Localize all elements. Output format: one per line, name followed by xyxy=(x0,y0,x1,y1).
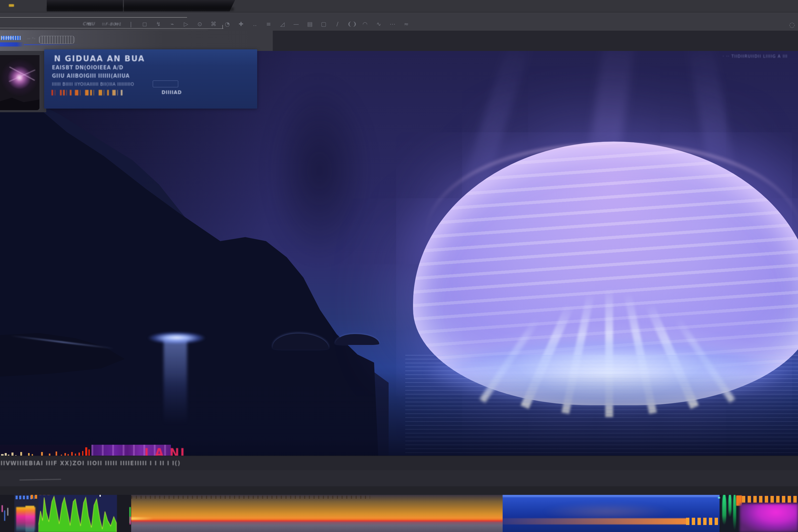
toolbar-icon[interactable]: ✚ xyxy=(237,20,245,28)
app-window: ≋⌗✏|◻↯⌁▷⊙⌘◔✚‥≡◿—▤▢/❨❩◠∿⋯≈ CHIU F-BO(1 ◌ … xyxy=(0,0,798,532)
magenta-sliver xyxy=(130,517,131,525)
toolbar-icon[interactable]: ◔ xyxy=(223,20,231,28)
white-speck xyxy=(99,495,101,497)
toolbar-icon[interactable]: ⋯ xyxy=(388,20,396,28)
info-line-1: EAISBT DN(OIOIEEA A/D xyxy=(52,64,124,71)
chip-ghost-glyphs: ˶˶ ᵛ˶ xyxy=(27,36,36,40)
toolbar-icon[interactable]: ≡ xyxy=(265,20,272,28)
green-waveform xyxy=(38,495,117,532)
toolbar-icon[interactable]: ⌁ xyxy=(168,20,176,28)
magenta-orange-dashes xyxy=(742,496,798,502)
green-streak xyxy=(722,495,726,525)
ocean-band-clip[interactable] xyxy=(502,495,721,532)
transport-blue-line xyxy=(24,44,81,45)
info-meter-tail: DIIIIAD xyxy=(162,89,182,95)
toolbar-icon[interactable]: ⊙ xyxy=(196,20,204,28)
toolbar-icon[interactable]: | xyxy=(127,20,135,28)
toolbar-icon[interactable]: ▢ xyxy=(320,20,327,28)
spectrogram-clip[interactable] xyxy=(14,495,117,532)
ghost-label-2: F-BO(1 xyxy=(105,22,121,26)
thermal-column-bright xyxy=(25,506,34,532)
info-meter-ticks: ▌▏▐ ▌▏▌▐▌▏▐▌▌▏▐▌▏▌▐▌▏▌ xyxy=(52,90,124,96)
teal-speck xyxy=(718,497,720,498)
info-line-3-box xyxy=(153,80,178,87)
filmstrip-inner-shadow xyxy=(47,7,234,11)
toolbar-icon[interactable]: ▷ xyxy=(182,20,190,28)
scrub-hook xyxy=(220,25,223,28)
toolbar-icon[interactable]: ⌘ xyxy=(210,20,217,28)
corner-fleck xyxy=(2,505,3,512)
toolbar-icon[interactable]: — xyxy=(292,20,300,28)
toolbar-icon[interactable]: ◠ xyxy=(361,20,369,28)
viewer-canvas[interactable]: · ·· TIIDIIRUIIDII LIIIIG A III xyxy=(0,51,798,456)
magenta-blob xyxy=(740,504,798,532)
green-streak xyxy=(728,495,732,517)
toolbar-icon[interactable]: ‥ xyxy=(251,20,259,28)
sunset-band-clip[interactable] xyxy=(131,495,502,532)
sunset-hot-line xyxy=(131,517,502,520)
toolbar-icon[interactable]: ◿ xyxy=(279,20,286,28)
toolbar-icon[interactable]: ▤ xyxy=(306,20,314,28)
ocean-orange-stripe xyxy=(502,518,687,525)
toolbar-icon[interactable]: ❨❩ xyxy=(347,20,355,28)
corner-fleck xyxy=(4,510,5,521)
green-waveform-shape xyxy=(38,496,116,532)
toolbar-icon-row: ≋⌗✏|◻↯⌁▷⊙⌘◔✚‥≡◿—▤▢/❨❩◠∿⋯≈ xyxy=(86,20,413,28)
water-vignette xyxy=(0,373,798,456)
clip-chip-label: AI AREA xyxy=(2,36,13,39)
canvas-corner-note: · ·· TIIDIIRUIIDII LIIIIG A III xyxy=(723,54,787,59)
search-icon[interactable]: ◌ xyxy=(788,21,796,28)
info-panel: N GIDUAA AN BUA EAISBT DN(OIOIEEA A/D GI… xyxy=(44,49,257,109)
scrub-line-top xyxy=(0,17,187,18)
green-streak xyxy=(733,495,736,530)
ocean-top-edge xyxy=(502,495,721,497)
sunset-tick-row xyxy=(131,496,370,499)
bottom-media-bar xyxy=(0,495,798,532)
status-glyph-row: IIVWIIIEBIAI IIIF XX)ZOI IIOII IIIII III… xyxy=(1,460,180,467)
band-seam xyxy=(0,30,208,30)
ghost-label-1: CHIU xyxy=(82,21,95,26)
toolbar-icon[interactable]: ∿ xyxy=(375,20,383,28)
lower-panel-band-dark xyxy=(0,486,798,495)
magenta-clip[interactable] xyxy=(740,495,798,532)
toolbar-icon[interactable]: ↯ xyxy=(155,20,163,28)
toolbar-icon[interactable]: / xyxy=(334,20,341,28)
outlined-pill[interactable] xyxy=(39,36,75,44)
info-line-3: IIIIII BIIIII IIYOIIAIIIIII BII(IIIA III… xyxy=(52,81,134,87)
filmstrip-marker xyxy=(9,4,14,7)
lower-panel-band xyxy=(0,470,798,486)
info-line-2: GIIU AIIBOIGIII IIIIII(AIIUA xyxy=(52,73,130,79)
preview-thumbnail[interactable] xyxy=(0,55,39,110)
corner-fleck xyxy=(7,508,8,516)
toolbar-icon[interactable]: ≈ xyxy=(402,20,410,28)
info-title: N GIDUAA AN BUA xyxy=(54,54,145,63)
toolbar-icon[interactable]: ◻ xyxy=(141,20,149,28)
transport-blue-bar[interactable] xyxy=(0,42,24,46)
